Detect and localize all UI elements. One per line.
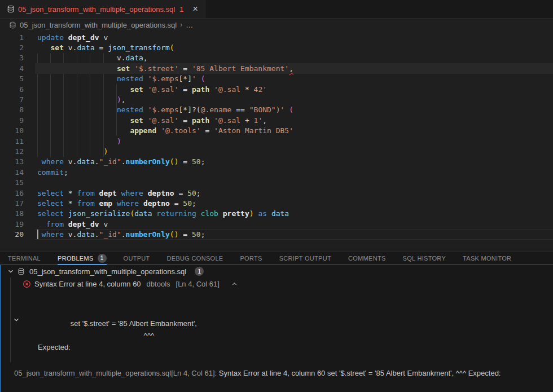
line-number: 15 — [0, 178, 35, 187]
code-text: select * from dept where deptno = 50; — [35, 188, 553, 198]
error-source: dbtools — [147, 280, 170, 288]
code-text: ) — [35, 146, 553, 156]
tab-problem-count: 1 — [179, 5, 183, 14]
panel-tab-sql-history[interactable]: SQL HISTORY — [403, 252, 446, 265]
code-line-4[interactable]: 4 set '$.street' = '85 Albert Embankment… — [0, 63, 553, 73]
panel-tab-label: TERMINAL — [8, 255, 41, 262]
panel-tab-script-output[interactable]: SCRIPT OUTPUT — [279, 252, 331, 265]
problems-panel: 05_json_transform_with_multiple_operatio… — [0, 265, 553, 392]
code-line-18[interactable]: 18select json_serialize(data returning c… — [0, 209, 553, 219]
code-text: nested '$.emps[*]' ( — [35, 74, 553, 84]
line-number: 16 — [0, 189, 35, 197]
panel-tab-task-monitor[interactable]: TASK MONITOR — [463, 252, 511, 265]
breadcrumb-file[interactable]: 05_json_transform_with_multiple_operatio… — [20, 21, 177, 29]
code-line-20[interactable]: 20 where v.data."_id".numberOnly() = 50; — [0, 229, 553, 239]
error-location: [Ln 4, Col 61] — [176, 280, 220, 288]
line-number: 9 — [0, 116, 35, 125]
code-line-16[interactable]: 16select * from dept where deptno = 50; — [0, 188, 553, 198]
panel-tab-label: PORTS — [240, 255, 262, 262]
code-text — [35, 177, 553, 187]
code-line-14[interactable]: 14commit; — [0, 167, 553, 177]
tab-filename: 05_json_transform_with_multiple_operatio… — [18, 5, 175, 14]
database-icon — [7, 5, 15, 13]
code-line-12[interactable]: 12 ) — [0, 146, 553, 156]
line-number: 17 — [0, 199, 35, 208]
editor-tab[interactable]: 05_json_transform_with_multiple_operatio… — [0, 0, 205, 18]
line-number: 8 — [0, 105, 35, 114]
code-text: set v.data = json_transform( — [35, 42, 553, 52]
error-message: Syntax Error at line 4, column 60 — [34, 280, 141, 288]
line-number: 4 — [0, 64, 35, 73]
code-line-8[interactable]: 8 nested '$.emps[*]?(@.ename == "BOND")'… — [0, 105, 553, 115]
code-lines: 1update dept_dv v2 set v.data = json_tra… — [0, 31, 553, 240]
panel-tabs: TERMINALPROBLEMS1OUTPUTDEBUG CONSOLEPORT… — [0, 252, 553, 265]
line-number: 3 — [0, 54, 35, 62]
panel-tab-label: SCRIPT OUTPUT — [279, 255, 331, 262]
problem-summary-line: 05_json_transform_with_multiple_operatio… — [14, 369, 501, 377]
panel-tab-label: PROBLEMS — [58, 255, 94, 262]
panel-tab-label: COMMENTS — [348, 255, 386, 262]
bottom-panel: TERMINALPROBLEMS1OUTPUTDEBUG CONSOLEPORT… — [0, 251, 553, 392]
panel-tab-label: DEBUG CONSOLE — [167, 255, 223, 262]
code-line-1[interactable]: 1update dept_dv v — [0, 32, 553, 42]
code-line-13[interactable]: 13 where v.data."_id".numberOnly() = 50; — [0, 157, 553, 167]
panel-tab-label: OUTPUT — [124, 255, 150, 262]
code-line-19[interactable]: 19 from dept_dv v — [0, 219, 553, 229]
code-line-10[interactable]: 10 append '@.tools' = 'Aston Martin DB5' — [0, 126, 553, 136]
problems-file-row[interactable]: 05_json_transform_with_multiple_operatio… — [1, 265, 553, 278]
chevron-right-icon: › — [180, 21, 182, 29]
code-text: select * from emp where deptno = 50; — [35, 198, 553, 208]
breadcrumb: 05_json_transform_with_multiple_operatio… — [0, 19, 553, 31]
line-number: 19 — [0, 220, 35, 228]
code-text: v.data, — [35, 53, 553, 63]
panel-tab-comments[interactable]: COMMENTS — [348, 252, 386, 265]
chevron-down-icon[interactable] — [7, 267, 15, 275]
code-text: from dept_dv v — [35, 219, 553, 229]
panel-tab-problems[interactable]: PROBLEMS1 — [58, 252, 107, 265]
line-number: 10 — [0, 126, 35, 135]
code-text: update dept_dv v — [35, 32, 553, 42]
code-line-2[interactable]: 2 set v.data = json_transform( — [0, 42, 553, 52]
code-line-3[interactable]: 3 v.data, — [0, 53, 553, 63]
code-text: set '@.sal' = path '@.sal * 42' — [35, 84, 553, 94]
code-line-6[interactable]: 6 set '@.sal' = path '@.sal * 42' — [0, 84, 553, 94]
panel-tab-ports[interactable]: PORTS — [240, 252, 262, 265]
line-number: 7 — [0, 95, 35, 104]
code-line-11[interactable]: 11 ) — [0, 136, 553, 146]
close-icon[interactable]: × — [191, 5, 199, 14]
line-number: 13 — [0, 157, 35, 166]
code-line-5[interactable]: 5 nested '$.emps[*]' ( — [0, 74, 553, 84]
chevron-down-icon[interactable] — [12, 316, 20, 324]
line-number: 20 — [0, 230, 35, 239]
chevron-up-icon[interactable] — [231, 280, 238, 288]
problems-file-badge: 1 — [195, 267, 204, 276]
code-text: set '$.street' = '85 Albert Embankment', — [35, 63, 553, 73]
panel-tab-output[interactable]: OUTPUT — [124, 252, 150, 265]
panel-tab-terminal[interactable]: TERMINAL — [8, 252, 41, 265]
code-line-17[interactable]: 17select * from emp where deptno = 50; — [0, 198, 553, 208]
code-text: ), — [35, 94, 553, 104]
error-icon — [23, 280, 31, 288]
line-number: 6 — [0, 85, 35, 94]
summary-file-part: 05_json_transform_with_multiple_operatio… — [14, 369, 219, 377]
code-text: nested '$.emps[*]?(@.ename == "BOND")' ( — [35, 105, 553, 115]
code-text: where v.data."_id".numberOnly() = 50; — [35, 157, 553, 167]
line-number: 11 — [0, 137, 35, 146]
breadcrumb-more[interactable]: … — [186, 21, 193, 29]
code-editor[interactable]: 1update dept_dv v2 set v.data = json_tra… — [0, 31, 553, 251]
database-icon — [17, 268, 25, 275]
code-line-9[interactable]: 9 set '@.sal' = path '@.sal + 1', — [0, 115, 553, 125]
panel-tab-debug-console[interactable]: DEBUG CONSOLE — [167, 252, 223, 265]
line-number: 2 — [0, 43, 35, 52]
line-number: 12 — [0, 147, 35, 156]
panel-tab-label: TASK MONITOR — [463, 255, 511, 262]
code-line-7[interactable]: 7 ), — [0, 94, 553, 104]
database-icon — [9, 21, 16, 29]
code-line-15[interactable]: 15 — [0, 177, 553, 187]
code-text: where v.data."_id".numberOnly() = 50; — [35, 229, 553, 239]
problems-file-name: 05_json_transform_with_multiple_operatio… — [29, 267, 186, 276]
line-number: 1 — [0, 33, 35, 42]
code-text: append '@.tools' = 'Aston Martin DB5' — [35, 126, 553, 136]
problems-error-row[interactable]: Syntax Error at line 4, column 60 dbtool… — [1, 278, 553, 290]
code-text: ) — [35, 136, 553, 146]
